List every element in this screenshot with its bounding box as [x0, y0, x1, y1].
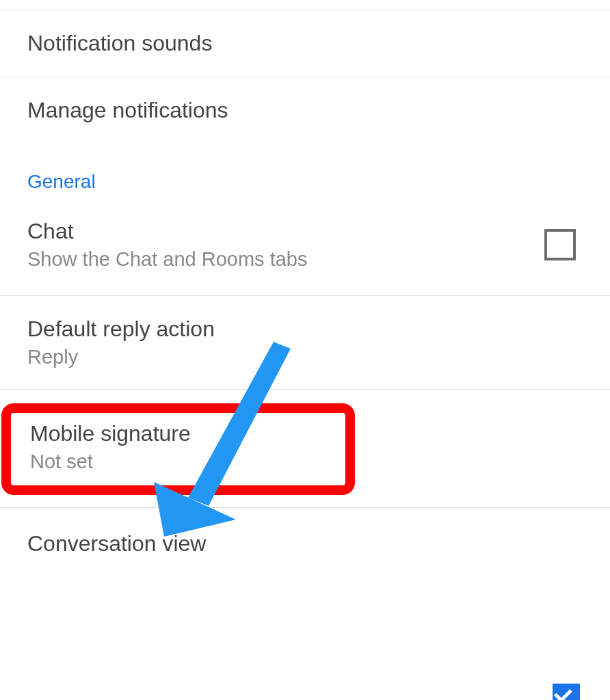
conversation-view-row[interactable]: Conversation view	[0, 508, 610, 577]
section-header-general: General	[0, 144, 610, 206]
mobile-signature-row[interactable]: Mobile signature Not set	[0, 390, 610, 502]
notification-sounds-row[interactable]: Notification sounds	[0, 10, 610, 77]
highlight-annotation: Mobile signature Not set	[1, 403, 355, 495]
chat-subtitle: Show the Chat and Rooms tabs	[27, 248, 544, 271]
default-reply-subtitle: Reply	[27, 346, 583, 368]
manage-notifications-title: Manage notifications	[27, 98, 583, 123]
default-reply-title: Default reply action	[27, 317, 583, 342]
conversation-view-checkbox[interactable]	[553, 684, 580, 700]
section-title: General	[27, 171, 583, 193]
manage-notifications-row[interactable]: Manage notifications	[0, 77, 610, 144]
notification-sounds-title: Notification sounds	[27, 31, 583, 56]
chat-title: Chat	[27, 219, 544, 244]
conversation-view-title: Conversation view	[27, 531, 583, 556]
chat-row[interactable]: Chat Show the Chat and Rooms tabs	[0, 206, 610, 295]
mobile-signature-subtitle: Not set	[30, 450, 326, 473]
default-reply-row[interactable]: Default reply action Reply	[0, 296, 610, 389]
chat-checkbox[interactable]	[544, 229, 576, 260]
mobile-signature-title: Mobile signature	[30, 421, 326, 446]
